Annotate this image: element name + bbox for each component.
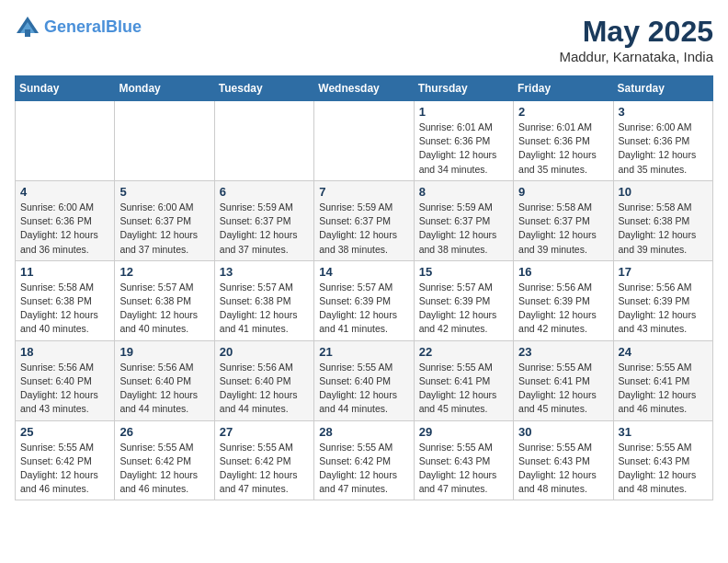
day-number: 29: [419, 425, 508, 439]
calendar-cell: 31Sunrise: 5:55 AM Sunset: 6:43 PM Dayli…: [613, 420, 712, 500]
logo-icon: [15, 15, 40, 40]
day-number: 25: [20, 425, 109, 439]
day-info: Sunrise: 5:55 AM Sunset: 6:43 PM Dayligh…: [619, 441, 708, 497]
day-info: Sunrise: 5:57 AM Sunset: 6:38 PM Dayligh…: [220, 281, 309, 337]
calendar-cell: 5Sunrise: 6:00 AM Sunset: 6:37 PM Daylig…: [115, 180, 214, 260]
day-info: Sunrise: 5:59 AM Sunset: 6:37 PM Dayligh…: [319, 201, 408, 257]
day-number: 11: [20, 265, 109, 279]
day-info: Sunrise: 5:56 AM Sunset: 6:39 PM Dayligh…: [518, 281, 608, 337]
calendar-cell: 18Sunrise: 5:56 AM Sunset: 6:40 PM Dayli…: [16, 340, 115, 420]
calendar-cell: 30Sunrise: 5:55 AM Sunset: 6:43 PM Dayli…: [514, 420, 613, 500]
day-info: Sunrise: 5:56 AM Sunset: 6:39 PM Dayligh…: [619, 281, 708, 337]
day-number: 31: [619, 425, 708, 439]
calendar-body: 1Sunrise: 6:01 AM Sunset: 6:36 PM Daylig…: [16, 101, 713, 500]
calendar-cell: [115, 101, 214, 181]
calendar-cell: 7Sunrise: 5:59 AM Sunset: 6:37 PM Daylig…: [314, 180, 414, 260]
day-info: Sunrise: 5:55 AM Sunset: 6:41 PM Dayligh…: [619, 361, 708, 417]
day-number: 4: [20, 185, 109, 199]
calendar-cell: [314, 101, 414, 181]
day-info: Sunrise: 5:55 AM Sunset: 6:43 PM Dayligh…: [518, 441, 608, 497]
day-number: 16: [518, 265, 608, 279]
calendar-cell: 1Sunrise: 6:01 AM Sunset: 6:36 PM Daylig…: [414, 101, 513, 181]
day-number: 1: [419, 105, 508, 119]
day-number: 5: [119, 185, 209, 199]
calendar-cell: 4Sunrise: 6:00 AM Sunset: 6:36 PM Daylig…: [16, 180, 115, 260]
day-info: Sunrise: 6:00 AM Sunset: 6:36 PM Dayligh…: [619, 121, 708, 177]
day-info: Sunrise: 5:58 AM Sunset: 6:38 PM Dayligh…: [619, 201, 708, 257]
day-info: Sunrise: 6:01 AM Sunset: 6:36 PM Dayligh…: [518, 121, 608, 177]
calendar-cell: 24Sunrise: 5:55 AM Sunset: 6:41 PM Dayli…: [613, 340, 712, 420]
calendar-cell: 28Sunrise: 5:55 AM Sunset: 6:42 PM Dayli…: [314, 420, 414, 500]
day-info: Sunrise: 5:55 AM Sunset: 6:42 PM Dayligh…: [119, 441, 209, 497]
day-number: 14: [319, 265, 408, 279]
calendar-table: SundayMondayTuesdayWednesdayThursdayFrid…: [15, 75, 713, 500]
day-info: Sunrise: 5:56 AM Sunset: 6:40 PM Dayligh…: [119, 361, 209, 417]
calendar-cell: 29Sunrise: 5:55 AM Sunset: 6:43 PM Dayli…: [414, 420, 513, 500]
day-number: 24: [619, 345, 708, 359]
day-number: 26: [119, 425, 209, 439]
logo: GeneralBlue: [15, 15, 142, 40]
day-info: Sunrise: 5:57 AM Sunset: 6:38 PM Dayligh…: [119, 281, 209, 337]
month-year: May 2025: [559, 15, 713, 49]
calendar-cell: 23Sunrise: 5:55 AM Sunset: 6:41 PM Dayli…: [514, 340, 613, 420]
day-number: 13: [220, 265, 309, 279]
weekday-header-sunday: Sunday: [16, 76, 115, 101]
day-info: Sunrise: 5:56 AM Sunset: 6:40 PM Dayligh…: [20, 361, 109, 417]
day-info: Sunrise: 5:55 AM Sunset: 6:42 PM Dayligh…: [20, 441, 109, 497]
logo-line1: General: [44, 17, 106, 36]
day-info: Sunrise: 6:00 AM Sunset: 6:37 PM Dayligh…: [119, 201, 209, 257]
calendar-week-1: 1Sunrise: 6:01 AM Sunset: 6:36 PM Daylig…: [16, 101, 713, 181]
day-info: Sunrise: 5:59 AM Sunset: 6:37 PM Dayligh…: [220, 201, 309, 257]
day-number: 23: [518, 345, 608, 359]
weekday-header-tuesday: Tuesday: [214, 76, 313, 101]
weekday-header-thursday: Thursday: [414, 76, 513, 101]
day-number: 19: [119, 345, 209, 359]
day-number: 28: [319, 425, 408, 439]
day-number: 10: [619, 185, 708, 199]
calendar-cell: 13Sunrise: 5:57 AM Sunset: 6:38 PM Dayli…: [214, 260, 313, 340]
page-header: GeneralBlue May 2025 Maddur, Karnataka, …: [15, 15, 713, 64]
day-number: 20: [220, 345, 309, 359]
calendar-cell: 14Sunrise: 5:57 AM Sunset: 6:39 PM Dayli…: [314, 260, 414, 340]
day-number: 12: [119, 265, 209, 279]
day-number: 18: [20, 345, 109, 359]
calendar-cell: 20Sunrise: 5:56 AM Sunset: 6:40 PM Dayli…: [214, 340, 313, 420]
calendar-cell: 3Sunrise: 6:00 AM Sunset: 6:36 PM Daylig…: [613, 101, 712, 181]
calendar-cell: 22Sunrise: 5:55 AM Sunset: 6:41 PM Dayli…: [414, 340, 513, 420]
calendar-cell: 15Sunrise: 5:57 AM Sunset: 6:39 PM Dayli…: [414, 260, 513, 340]
day-number: 9: [518, 185, 608, 199]
calendar-cell: 17Sunrise: 5:56 AM Sunset: 6:39 PM Dayli…: [613, 260, 712, 340]
day-number: 21: [319, 345, 408, 359]
day-number: 15: [419, 265, 508, 279]
calendar-week-2: 4Sunrise: 6:00 AM Sunset: 6:36 PM Daylig…: [16, 180, 713, 260]
calendar-week-4: 18Sunrise: 5:56 AM Sunset: 6:40 PM Dayli…: [16, 340, 713, 420]
calendar-cell: 10Sunrise: 5:58 AM Sunset: 6:38 PM Dayli…: [613, 180, 712, 260]
day-info: Sunrise: 6:01 AM Sunset: 6:36 PM Dayligh…: [419, 121, 508, 177]
calendar-cell: 6Sunrise: 5:59 AM Sunset: 6:37 PM Daylig…: [214, 180, 313, 260]
weekday-header-saturday: Saturday: [613, 76, 712, 101]
day-number: 27: [220, 425, 309, 439]
day-info: Sunrise: 5:57 AM Sunset: 6:39 PM Dayligh…: [319, 281, 408, 337]
weekday-header-wednesday: Wednesday: [314, 76, 414, 101]
calendar-cell: 25Sunrise: 5:55 AM Sunset: 6:42 PM Dayli…: [16, 420, 115, 500]
calendar-cell: 9Sunrise: 5:58 AM Sunset: 6:37 PM Daylig…: [514, 180, 613, 260]
calendar-cell: [214, 101, 313, 181]
day-info: Sunrise: 6:00 AM Sunset: 6:36 PM Dayligh…: [20, 201, 109, 257]
day-number: 8: [419, 185, 508, 199]
calendar-cell: 21Sunrise: 5:55 AM Sunset: 6:40 PM Dayli…: [314, 340, 414, 420]
day-info: Sunrise: 5:57 AM Sunset: 6:39 PM Dayligh…: [419, 281, 508, 337]
day-info: Sunrise: 5:58 AM Sunset: 6:38 PM Dayligh…: [20, 281, 109, 337]
day-number: 17: [619, 265, 708, 279]
day-number: 22: [419, 345, 508, 359]
calendar-cell: 26Sunrise: 5:55 AM Sunset: 6:42 PM Dayli…: [115, 420, 214, 500]
day-info: Sunrise: 5:55 AM Sunset: 6:42 PM Dayligh…: [319, 441, 408, 497]
calendar-cell: 2Sunrise: 6:01 AM Sunset: 6:36 PM Daylig…: [514, 101, 613, 181]
calendar-cell: 16Sunrise: 5:56 AM Sunset: 6:39 PM Dayli…: [514, 260, 613, 340]
day-number: 3: [619, 105, 708, 119]
day-number: 2: [518, 105, 608, 119]
day-number: 6: [220, 185, 309, 199]
day-info: Sunrise: 5:55 AM Sunset: 6:41 PM Dayligh…: [419, 361, 508, 417]
day-info: Sunrise: 5:55 AM Sunset: 6:43 PM Dayligh…: [419, 441, 508, 497]
day-info: Sunrise: 5:55 AM Sunset: 6:41 PM Dayligh…: [518, 361, 608, 417]
day-info: Sunrise: 5:59 AM Sunset: 6:37 PM Dayligh…: [419, 201, 508, 257]
